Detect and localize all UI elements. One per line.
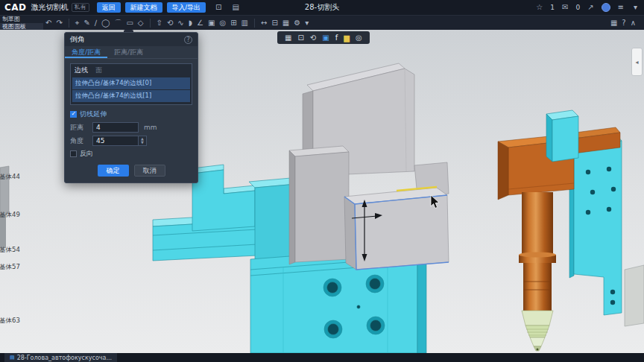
annotate-icon[interactable]: f <box>335 31 338 45</box>
section-icon[interactable]: ⊟ <box>271 16 277 30</box>
distance-input[interactable] <box>92 122 139 133</box>
more-tools-icon[interactable]: ▾ <box>305 16 309 30</box>
face-list-title[interactable]: 面 <box>95 66 102 75</box>
document-name: 激光切割机 <box>31 2 69 13</box>
feature-tree-label[interactable]: 基体54 <box>0 246 20 255</box>
chamfer-dialog: 倒角 ? 角度/距离 距离/距离 边线 面 拉伸凸台/基体74的边线[0]拉伸凸… <box>64 32 198 183</box>
avatar[interactable] <box>602 3 610 12</box>
polygon-icon[interactable]: ◇ <box>138 16 144 30</box>
feature-tree-label[interactable]: 基体57 <box>0 263 20 272</box>
angle-input[interactable] <box>92 136 139 146</box>
comment-icon[interactable]: ✉ <box>562 1 568 14</box>
app-logo: CAD <box>4 2 27 13</box>
sketch-icon[interactable]: ✎ <box>83 16 89 30</box>
shading-mode-icon[interactable]: ▣ <box>322 31 329 45</box>
arc-icon[interactable]: ⌒ <box>114 16 121 30</box>
cancel-button[interactable]: 取消 <box>134 165 165 177</box>
measure-icon[interactable]: ↔ <box>261 16 267 30</box>
help-icon[interactable]: ? <box>622 16 625 30</box>
layers-icon[interactable]: ▆ <box>344 31 350 45</box>
reverse-option[interactable]: 反向 <box>70 149 192 159</box>
dialog-body: 边线 面 拉伸凸台/基体74的边线[0]拉伸凸台/基体74的边线[1] 切线延伸… <box>65 59 198 182</box>
page-title: 28-切割头 <box>305 2 339 13</box>
angle-field-row: 角度 ▲▼ <box>70 136 192 146</box>
tangent-label: 切线延伸 <box>80 109 107 119</box>
redo-icon[interactable]: ↷ <box>56 16 62 30</box>
viewport-toolbar: ▦⊡⟲▣f▆◎ <box>277 31 370 44</box>
circle-icon[interactable]: ◯ <box>101 16 110 30</box>
3d-viewport[interactable]: ▦⊡⟲▣f▆◎ ⊞ ◂ 基体44基体49基体54基体57基体63 倒角 ? 角度… <box>0 30 644 353</box>
back-button[interactable]: 返回 <box>97 2 121 13</box>
distance-unit: mm <box>144 124 157 131</box>
feature-tree-label[interactable]: 基体44 <box>0 173 20 182</box>
comment-count: 0 <box>575 4 580 11</box>
main-toolbar: 制草图 视图面板 ↶↷⌖✎∕◯⌒▭◇⇧⟲∿◗∠▣◎⊞▥↔⊟▦⚙▾ ▦?∧ <box>0 15 644 30</box>
dialog-tabs: 角度/距离 距离/距离 <box>65 46 198 59</box>
right-panel-handle[interactable]: ◂ <box>631 48 643 76</box>
collapse-toolbar-icon[interactable]: ∧ <box>631 16 636 30</box>
angle-spinner[interactable]: ▲▼ <box>139 136 147 146</box>
history-icon[interactable]: ▤ <box>232 1 239 14</box>
titlebar-left-icons: ⊡▤ <box>213 1 242 14</box>
shell-icon[interactable]: ▣ <box>208 16 215 30</box>
fit-view-icon[interactable]: ⊡ <box>297 31 303 45</box>
menu-icon[interactable]: ≡ <box>618 1 624 14</box>
like-icon[interactable]: ☆ <box>536 1 543 14</box>
settings-icon[interactable]: ⚙ <box>294 16 300 30</box>
line-icon[interactable]: ∕ <box>95 16 97 30</box>
tab-distance-distance[interactable]: 距离/距离 <box>107 46 150 58</box>
undo-icon[interactable]: ↶ <box>45 16 51 30</box>
grid-icon[interactable]: ▦ <box>285 31 291 45</box>
rectangle-icon[interactable]: ▭ <box>126 16 133 30</box>
tab-angle-distance[interactable]: 角度/距离 <box>65 46 107 58</box>
edge-list-item[interactable]: 拉伸凸台/基体74的边线[0] <box>72 77 190 89</box>
reverse-label: 反向 <box>80 149 93 159</box>
dialog-title: 倒角 <box>70 34 85 45</box>
sweep-icon[interactable]: ∿ <box>177 16 183 30</box>
import-export-button[interactable]: 导入/导出 <box>167 2 206 13</box>
view-panel-label[interactable]: 视图面板 <box>0 23 43 31</box>
chamfer-icon[interactable]: ∠ <box>197 16 203 30</box>
edge-listbox: 边线 面 拉伸凸台/基体74的边线[0]拉伸凸台/基体74的边线[1] <box>70 63 192 105</box>
new-doc-button[interactable]: 新建文档 <box>125 2 162 13</box>
toolbar-separator <box>69 19 69 28</box>
toolbar-left-labels: 制草图 视图面板 <box>0 16 43 31</box>
view-mode-icon[interactable]: ▦ <box>282 16 289 30</box>
ok-button[interactable]: 确定 <box>98 165 129 177</box>
edge-list: 拉伸凸台/基体74的边线[0]拉伸凸台/基体74的边线[1] <box>71 77 192 102</box>
titlebar-right: ☆ 1 ✉ 0 ↗ ≡ ▾ <box>534 1 640 14</box>
revolve-icon[interactable]: ⟲ <box>167 16 173 30</box>
display-settings-icon[interactable]: ▦ <box>610 16 617 30</box>
select-icon[interactable]: ⌖ <box>75 16 80 30</box>
mirror-icon[interactable]: ▥ <box>242 16 248 30</box>
tangent-checkbox[interactable] <box>70 111 77 118</box>
toolbar-separator <box>254 19 255 28</box>
dialog-header[interactable]: 倒角 ? <box>65 33 198 46</box>
share-icon[interactable]: ↗ <box>587 1 593 14</box>
save-icon[interactable]: ⊡ <box>215 1 221 14</box>
feature-tree-label[interactable]: 基体49 <box>0 211 20 220</box>
reverse-checkbox[interactable] <box>70 150 77 157</box>
orbit-icon[interactable]: ⟲ <box>310 31 316 45</box>
app-window: CAD 激光切割机 私有 返回 新建文档 导入/导出 ⊡▤ 28-切割头 ☆ 1… <box>0 0 644 362</box>
dialog-buttons: 确定 取消 <box>70 165 192 177</box>
statusbar: ▤ 28-Голова_автофокускусоча... <box>0 353 644 362</box>
tangent-extend-option[interactable]: 切线延伸 <box>70 109 192 119</box>
document-tab[interactable]: ▤ 28-Голова_автофокускусоча... <box>4 353 117 362</box>
pattern-icon[interactable]: ⊞ <box>230 16 236 30</box>
section-view-icon[interactable]: ◎ <box>356 31 362 45</box>
sketch-tab-label[interactable]: 制草图 <box>0 16 43 23</box>
edge-list-title[interactable]: 边线 <box>75 66 88 75</box>
extrude-icon[interactable]: ⇧ <box>157 16 162 30</box>
toolbar-separator <box>150 19 151 28</box>
titlebar: CAD 激光切割机 私有 返回 新建文档 导入/导出 ⊡▤ 28-切割头 ☆ 1… <box>0 0 644 15</box>
hole-icon[interactable]: ◎ <box>219 16 226 30</box>
fillet-icon[interactable]: ◗ <box>189 16 192 30</box>
document-icon: ▤ <box>10 355 15 361</box>
feature-tree-label[interactable]: 基体63 <box>0 317 20 326</box>
distance-field-row: 距离 mm <box>70 122 192 133</box>
help-icon[interactable]: ? <box>184 36 192 44</box>
like-count: 1 <box>550 4 555 11</box>
chevron-down-icon[interactable]: ▾ <box>634 1 637 14</box>
edge-list-item[interactable]: 拉伸凸台/基体74的边线[1] <box>72 90 190 102</box>
